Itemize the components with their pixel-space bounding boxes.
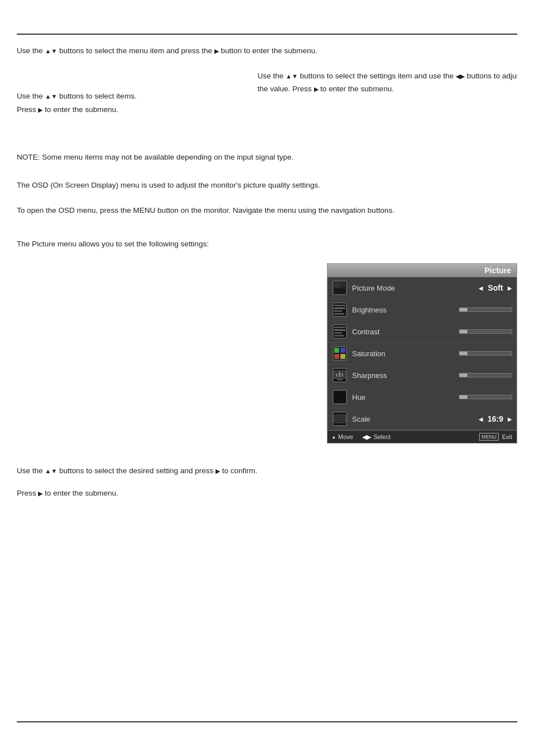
osd-slider-saturation (445, 351, 512, 356)
bottom-rule (17, 721, 517, 722)
menu-box-icon: MENU (479, 433, 499, 441)
brightness-icon (332, 302, 348, 318)
saturation-icon (332, 346, 348, 361)
picture-mode-right-arrow[interactable]: ▶ (508, 285, 512, 291)
svg-rect-23 (337, 379, 343, 380)
osd-footer: ⬧ Move ◀▶ Select MENU Exit (327, 430, 517, 443)
osd-footer-select: ◀▶ Select (362, 433, 391, 441)
hue-icon (332, 389, 348, 405)
svg-rect-20 (340, 354, 345, 359)
svg-rect-30 (335, 416, 344, 422)
osd-label-hue: Hue (352, 393, 445, 402)
scale-right-arrow[interactable]: ▶ (508, 416, 512, 422)
sharpness-icon (332, 367, 348, 383)
page-content: Use the ▲▼ buttons to select the menu it… (17, 39, 517, 717)
osd-label-sharpness: Sharpness (352, 371, 445, 380)
osd-slider-contrast (445, 329, 512, 334)
text-block-1: Use the ▲▼ buttons to select the menu it… (17, 45, 517, 58)
svg-rect-14 (334, 332, 342, 334)
osd-footer-move: ⬧ Move (332, 433, 353, 440)
text-block-3: Use the ▲▼ buttons to select items. Pres… (17, 90, 229, 117)
osd-value-picture-mode: ◀ Soft ▶ (462, 283, 512, 292)
osd-row-brightness[interactable]: Brightness (327, 299, 517, 321)
osd-menu-panel: Picture Picture Mode ◀ (327, 263, 517, 444)
svg-rect-9 (334, 310, 342, 312)
osd-select-label: Select (373, 433, 391, 440)
svg-rect-3 (340, 282, 345, 288)
picture-mode-left-arrow[interactable]: ◀ (479, 285, 483, 291)
osd-slider-brightness (445, 307, 512, 312)
svg-rect-15 (334, 335, 344, 337)
text-block-2: Use the ▲▼ buttons to select the setting… (257, 70, 517, 96)
svg-rect-12 (334, 326, 345, 328)
text-block-7: The Picture menu allows you to set the f… (17, 238, 353, 251)
picture-mode-value: Soft (485, 283, 505, 292)
osd-row-picture-mode[interactable]: Picture Mode ◀ Soft ▶ (327, 277, 517, 299)
osd-header: Picture (327, 264, 517, 277)
svg-rect-19 (334, 354, 339, 359)
svg-rect-10 (334, 313, 344, 315)
osd-row-hue[interactable]: Hue (327, 386, 517, 408)
top-rule (17, 34, 517, 35)
svg-rect-25 (339, 372, 340, 377)
osd-label-contrast: Contrast (352, 328, 445, 336)
svg-rect-8 (334, 307, 345, 309)
osd-label-picture-mode: Picture Mode (352, 284, 462, 292)
osd-label-brightness: Brightness (352, 306, 445, 314)
scale-value: 16:9 (485, 414, 505, 423)
osd-row-saturation[interactable]: Saturation (327, 343, 517, 365)
svg-rect-27 (333, 390, 346, 404)
osd-slider-hue (445, 395, 512, 399)
scale-left-arrow[interactable]: ◀ (479, 416, 483, 422)
svg-rect-17 (334, 348, 339, 353)
picture-mode-icon (332, 280, 348, 296)
osd-label-saturation: Saturation (352, 349, 445, 358)
osd-value-scale: ◀ 16:9 ▶ (462, 414, 512, 423)
text-block-4: NOTE: Some menu items may not be availab… (17, 151, 517, 164)
svg-rect-24 (336, 374, 338, 377)
osd-exit-label: Exit (502, 433, 512, 440)
svg-rect-4 (340, 288, 345, 293)
svg-rect-18 (340, 348, 345, 353)
osd-body: Picture Mode ◀ Soft ▶ (327, 277, 517, 430)
osd-slider-sharpness (445, 373, 512, 377)
text-block-6: To open the OSD menu, press the MENU but… (17, 204, 517, 217)
select-arrows-icon: ◀▶ (362, 433, 371, 441)
text-block-9: Press ▶ to enter the submenu. (17, 487, 336, 500)
svg-rect-13 (334, 329, 345, 331)
move-arrows-icon: ⬧ (332, 433, 336, 440)
osd-row-sharpness[interactable]: Sharpness (327, 365, 517, 386)
text-block-5: The OSD (On Screen Display) menu is used… (17, 179, 517, 192)
osd-move-label: Move (338, 433, 353, 440)
svg-rect-26 (341, 373, 343, 377)
contrast-icon (332, 324, 348, 339)
scale-icon (332, 411, 348, 427)
osd-footer-exit: MENU Exit (479, 433, 512, 441)
osd-label-scale: Scale (352, 415, 462, 423)
osd-row-scale[interactable]: Scale ◀ 16:9 ▶ (327, 408, 517, 430)
svg-rect-5 (334, 282, 340, 288)
osd-row-contrast[interactable]: Contrast (327, 321, 517, 343)
text-block-8: Use the ▲▼ buttons to select the desired… (17, 465, 336, 478)
svg-rect-7 (334, 305, 345, 306)
